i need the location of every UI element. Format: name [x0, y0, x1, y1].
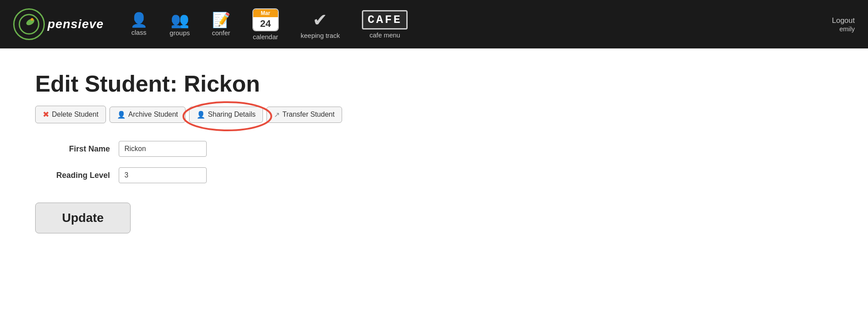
logo[interactable]: pensieve	[13, 8, 104, 40]
transfer-student-label: Transfer Student	[282, 111, 335, 118]
navbar: pensieve 👤 class 👥 groups 📝 confer Mar 2…	[0, 0, 868, 48]
nav-items: 👤 class 👥 groups 📝 confer Mar 24 calenda…	[130, 8, 832, 41]
logo-text: pensieve	[47, 17, 104, 31]
nav-class-label: class	[131, 29, 146, 36]
archive-student-button[interactable]: 👤 Archive Student	[109, 107, 186, 123]
edit-student-form: First Name Reading Level Update	[35, 141, 833, 233]
checkmark-icon: ✔	[313, 10, 328, 30]
transfer-student-button[interactable]: ↗ Transfer Student	[266, 107, 342, 123]
cafe-text: CAFE	[368, 13, 402, 26]
user-name: emily	[839, 25, 855, 33]
nav-groups-label: groups	[170, 29, 190, 37]
cafe-icon: CAFE	[362, 10, 408, 30]
delete-student-button[interactable]: ✖ Delete Student	[35, 106, 106, 123]
page-title: Edit Student: Rickon	[35, 70, 833, 97]
nav-right: Logout emily	[832, 16, 855, 33]
reading-level-row: Reading Level	[35, 167, 833, 183]
nav-calendar-label: calendar	[253, 33, 278, 41]
nav-cafe-label: cafe menu	[369, 31, 400, 39]
calendar-day: 24	[253, 17, 278, 30]
nav-keeping-track[interactable]: ✔ keeping track	[301, 10, 340, 39]
confer-icon: 📝	[212, 12, 230, 27]
reading-level-input[interactable]	[119, 167, 207, 183]
main-content: Edit Student: Rickon ✖ Delete Student 👤 …	[0, 48, 868, 255]
reading-level-label: Reading Level	[35, 171, 110, 180]
nav-confer-label: confer	[212, 29, 230, 37]
svg-point-2	[31, 18, 33, 21]
transfer-icon: ↗	[274, 111, 280, 119]
nav-class[interactable]: 👤 class	[130, 13, 148, 36]
delete-icon: ✖	[43, 110, 49, 119]
first-name-row: First Name	[35, 141, 833, 157]
groups-icon: 👥	[171, 12, 189, 27]
sharing-details-container: 👤 Sharing Details	[189, 107, 263, 123]
nav-groups[interactable]: 👥 groups	[170, 12, 190, 37]
logo-circle	[13, 8, 45, 40]
sharing-details-label: Sharing Details	[208, 111, 256, 118]
nav-calendar[interactable]: Mar 24 calendar	[252, 8, 279, 41]
first-name-label: First Name	[35, 144, 110, 154]
calendar-icon: Mar 24	[252, 8, 279, 31]
archive-icon: 👤	[117, 111, 126, 119]
delete-student-label: Delete Student	[52, 111, 98, 118]
sharing-details-button[interactable]: 👤 Sharing Details	[189, 107, 263, 123]
class-icon: 👤	[130, 13, 148, 27]
sharing-icon: 👤	[197, 111, 205, 119]
nav-confer[interactable]: 📝 confer	[212, 12, 230, 37]
svg-point-1	[25, 18, 35, 26]
nav-cafe-menu[interactable]: CAFE cafe menu	[362, 10, 408, 39]
first-name-input[interactable]	[119, 141, 207, 157]
calendar-month: Mar	[253, 9, 278, 17]
update-button[interactable]: Update	[35, 203, 131, 233]
action-buttons: ✖ Delete Student 👤 Archive Student 👤 Sha…	[35, 106, 833, 123]
nav-keeping-track-label: keeping track	[301, 32, 340, 39]
logout-button[interactable]: Logout	[832, 16, 855, 25]
archive-student-label: Archive Student	[128, 111, 178, 118]
